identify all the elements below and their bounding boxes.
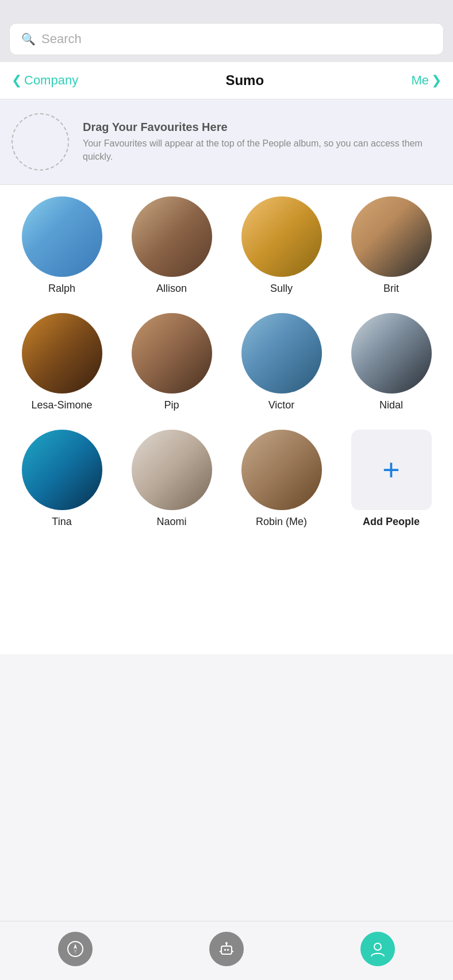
tab-explore[interactable] bbox=[58, 932, 93, 966]
avatar-face-pip bbox=[132, 313, 212, 393]
person-item-tina[interactable]: Tina bbox=[9, 430, 114, 528]
nav-header: ❮ Company Sumo Me ❯ bbox=[0, 62, 453, 99]
avatar-pip bbox=[132, 313, 212, 393]
avatar-nidal bbox=[351, 313, 432, 393]
person-name-robin: Robin (Me) bbox=[256, 516, 307, 528]
svg-marker-2 bbox=[74, 949, 77, 954]
person-item-victor[interactable]: Victor bbox=[229, 313, 334, 411]
chevron-right-icon: ❯ bbox=[431, 73, 442, 88]
avatar-face-sully bbox=[241, 196, 322, 277]
person-name-nidal: Nidal bbox=[379, 399, 403, 411]
avatar-robin bbox=[241, 430, 322, 510]
person-name-sully: Sully bbox=[270, 283, 293, 295]
favourites-subtitle: Your Favourites will appear at the top o… bbox=[83, 137, 442, 163]
favourites-drop-zone[interactable] bbox=[11, 113, 69, 171]
person-name-victor: Victor bbox=[268, 399, 295, 411]
person-name-lesa: Lesa-Simone bbox=[31, 399, 92, 411]
person-item-allison[interactable]: Allison bbox=[119, 196, 224, 295]
avatar-face-naomi bbox=[132, 430, 212, 510]
svg-rect-4 bbox=[224, 949, 226, 951]
person-name-brit: Brit bbox=[383, 283, 399, 295]
chevron-left-icon: ❮ bbox=[11, 73, 22, 88]
svg-point-7 bbox=[225, 942, 228, 944]
search-icon: 🔍 bbox=[21, 32, 36, 46]
back-label: Company bbox=[24, 73, 78, 88]
favourites-banner: Drag Your Favourites Here Your Favourite… bbox=[0, 99, 453, 185]
empty-space bbox=[0, 539, 453, 654]
person-item-sully[interactable]: Sully bbox=[229, 196, 334, 295]
add-people-label: Add People bbox=[363, 516, 420, 528]
tab-people[interactable] bbox=[360, 932, 395, 966]
person-name-allison: Allison bbox=[156, 283, 187, 295]
avatar-ralph bbox=[22, 196, 102, 277]
svg-rect-5 bbox=[227, 949, 229, 951]
avatar-sully bbox=[241, 196, 322, 277]
favourites-text: Drag Your Favourites Here Your Favourite… bbox=[83, 121, 442, 163]
svg-point-0 bbox=[68, 942, 83, 956]
compass-icon bbox=[66, 939, 85, 959]
person-item-pip[interactable]: Pip bbox=[119, 313, 224, 411]
avatar-brit bbox=[351, 196, 432, 277]
person-item-lesa[interactable]: Lesa-Simone bbox=[9, 313, 114, 411]
person-name-ralph: Ralph bbox=[48, 283, 75, 295]
avatar-tina bbox=[22, 430, 102, 510]
avatar-face-nidal bbox=[351, 313, 432, 393]
svg-point-10 bbox=[374, 943, 381, 950]
svg-rect-3 bbox=[221, 946, 232, 954]
avatar-allison bbox=[132, 196, 212, 277]
avatar-face-victor bbox=[241, 313, 322, 393]
add-people-item[interactable]: +Add People bbox=[339, 430, 444, 528]
nav-title: Sumo bbox=[225, 72, 264, 88]
svg-marker-1 bbox=[74, 944, 77, 949]
nav-back-button[interactable]: ❮ Company bbox=[11, 73, 78, 88]
search-bar[interactable]: 🔍 Search bbox=[9, 23, 444, 55]
robot-icon bbox=[217, 939, 236, 959]
favourites-title: Drag Your Favourites Here bbox=[83, 121, 442, 134]
person-item-ralph[interactable]: Ralph bbox=[9, 196, 114, 295]
person-item-nidal[interactable]: Nidal bbox=[339, 313, 444, 411]
bottom-tab-bar bbox=[0, 921, 453, 980]
people-grid: RalphAllisonSullyBritLesa-SimonePipVicto… bbox=[0, 185, 453, 539]
forward-label: Me bbox=[411, 73, 429, 88]
search-input-placeholder[interactable]: Search bbox=[41, 32, 82, 47]
person-item-naomi[interactable]: Naomi bbox=[119, 430, 224, 528]
person-name-tina: Tina bbox=[52, 516, 71, 528]
person-name-naomi: Naomi bbox=[156, 516, 186, 528]
nav-forward-button[interactable]: Me ❯ bbox=[411, 73, 442, 88]
avatar-face-brit bbox=[351, 196, 432, 277]
person-name-pip: Pip bbox=[164, 399, 179, 411]
avatar-face-robin bbox=[241, 430, 322, 510]
avatar-victor bbox=[241, 313, 322, 393]
avatar-face-tina bbox=[22, 430, 102, 510]
person-item-brit[interactable]: Brit bbox=[339, 196, 444, 295]
person-item-robin[interactable]: Robin (Me) bbox=[229, 430, 334, 528]
avatar-face-lesa bbox=[22, 313, 102, 393]
avatar-face-allison bbox=[132, 196, 212, 277]
add-plus-icon: + bbox=[382, 455, 400, 485]
search-area: 🔍 Search bbox=[0, 0, 453, 62]
avatar-naomi bbox=[132, 430, 212, 510]
avatar-lesa bbox=[22, 313, 102, 393]
person-icon bbox=[368, 939, 387, 959]
avatar-face-ralph bbox=[22, 196, 102, 277]
tab-albums[interactable] bbox=[209, 932, 244, 966]
add-people-box[interactable]: + bbox=[351, 430, 432, 510]
